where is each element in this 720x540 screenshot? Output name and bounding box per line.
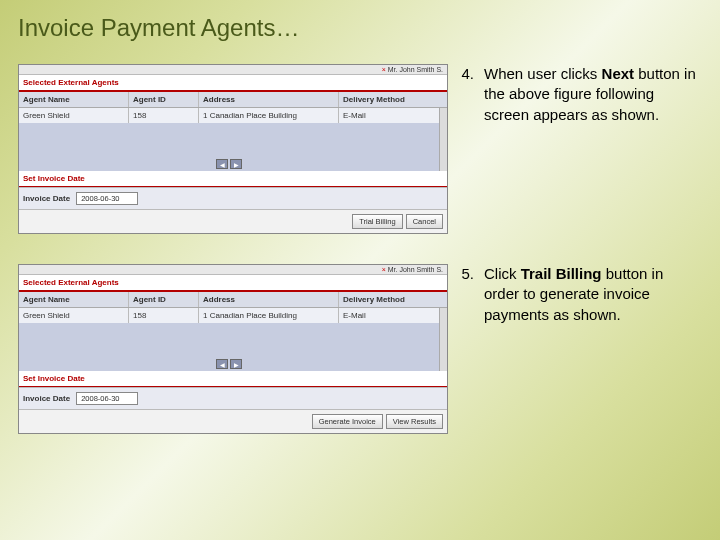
- trial-billing-button[interactable]: Trial Billing: [352, 214, 402, 229]
- invoice-date-input[interactable]: 2008-06-30: [76, 192, 138, 205]
- tab-user-label: Mr. John Smith S.: [388, 266, 443, 273]
- table-header: Agent Name Agent ID Address Delivery Met…: [19, 292, 447, 308]
- screenshot-2: × Mr. John Smith S. Selected External Ag…: [18, 264, 448, 434]
- cell-agent-name: Green Shield: [19, 108, 129, 123]
- step-row-5: × Mr. John Smith S. Selected External Ag…: [18, 264, 702, 434]
- content-area: × Mr. John Smith S. Selected External Ag…: [0, 42, 720, 434]
- date-row: Invoice Date 2008-06-30: [19, 387, 447, 409]
- cell-address: 1 Canadian Place Building: [199, 308, 339, 323]
- table-row[interactable]: Green Shield 158 1 Canadian Place Buildi…: [19, 108, 439, 123]
- cell-delivery: E-Mail: [339, 308, 439, 323]
- date-row: Invoice Date 2008-06-30: [19, 187, 447, 209]
- generate-invoice-button[interactable]: Generate Invoice: [312, 414, 383, 429]
- date-section-header: Set Invoice Date: [19, 371, 447, 387]
- section-header: Selected External Agents: [19, 75, 447, 92]
- button-row: Generate Invoice View Results: [19, 409, 447, 433]
- window-tab: × Mr. John Smith S.: [19, 65, 447, 75]
- date-section-header: Set Invoice Date: [19, 171, 447, 187]
- pager-prev-button[interactable]: ◀: [216, 159, 228, 169]
- step-5: 5. Click Trail Billing button in order t…: [456, 264, 702, 325]
- step-text: Click Trail Billing button in order to g…: [484, 264, 702, 325]
- col-agent-name: Agent Name: [19, 292, 129, 307]
- col-delivery: Delivery Method: [339, 92, 447, 107]
- pager-next-button[interactable]: ▶: [230, 359, 242, 369]
- table-header: Agent Name Agent ID Address Delivery Met…: [19, 92, 447, 108]
- screenshot-1: × Mr. John Smith S. Selected External Ag…: [18, 64, 448, 234]
- close-icon[interactable]: ×: [382, 66, 386, 73]
- window-tab: × Mr. John Smith S.: [19, 265, 447, 275]
- cancel-button[interactable]: Cancel: [406, 214, 443, 229]
- col-delivery: Delivery Method: [339, 292, 447, 307]
- invoice-date-label: Invoice Date: [23, 194, 70, 203]
- invoice-date-input[interactable]: 2008-06-30: [76, 392, 138, 405]
- col-agent-id: Agent ID: [129, 292, 199, 307]
- cell-delivery: E-Mail: [339, 108, 439, 123]
- cell-agent-id: 158: [129, 308, 199, 323]
- scrollbar[interactable]: [439, 308, 447, 371]
- table-row[interactable]: Green Shield 158 1 Canadian Place Buildi…: [19, 308, 439, 323]
- scrollbar[interactable]: [439, 108, 447, 171]
- button-row: Trial Billing Cancel: [19, 209, 447, 233]
- cell-agent-id: 158: [129, 108, 199, 123]
- step-number: 4.: [456, 64, 474, 125]
- col-address: Address: [199, 292, 339, 307]
- pager-prev-button[interactable]: ◀: [216, 359, 228, 369]
- invoice-date-label: Invoice Date: [23, 394, 70, 403]
- table-body-space: ◀ ▶: [19, 123, 439, 171]
- pager: ◀ ▶: [216, 359, 242, 369]
- col-agent-name: Agent Name: [19, 92, 129, 107]
- close-icon[interactable]: ×: [382, 266, 386, 273]
- tab-user-label: Mr. John Smith S.: [388, 66, 443, 73]
- col-address: Address: [199, 92, 339, 107]
- cell-agent-name: Green Shield: [19, 308, 129, 323]
- step-4: 4. When user clicks Next button in the a…: [456, 64, 702, 125]
- page-title: Invoice Payment Agents…: [0, 0, 720, 42]
- pager-next-button[interactable]: ▶: [230, 159, 242, 169]
- section-header: Selected External Agents: [19, 275, 447, 292]
- step-number: 5.: [456, 264, 474, 325]
- col-agent-id: Agent ID: [129, 92, 199, 107]
- step-text: When user clicks Next button in the abov…: [484, 64, 702, 125]
- pager: ◀ ▶: [216, 159, 242, 169]
- step-row-4: × Mr. John Smith S. Selected External Ag…: [18, 64, 702, 234]
- view-results-button[interactable]: View Results: [386, 414, 443, 429]
- table-body-space: ◀ ▶: [19, 323, 439, 371]
- cell-address: 1 Canadian Place Building: [199, 108, 339, 123]
